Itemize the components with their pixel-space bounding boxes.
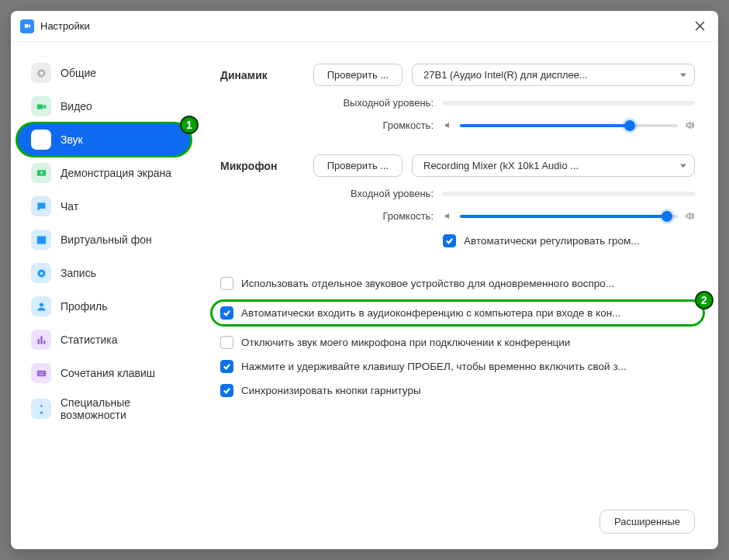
option-separate-device[interactable]: Использовать отдельное звуковое устройст…	[220, 275, 695, 292]
svg-rect-3	[36, 370, 45, 376]
sidebar-item-share-screen[interactable]: Демонстрация экрана	[17, 157, 191, 189]
speaker-volume-slider[interactable]	[460, 124, 678, 127]
option-push-to-talk[interactable]: Нажмите и удерживайте клавишу ПРОБЕЛ, чт…	[220, 358, 695, 375]
accessibility-icon	[31, 399, 51, 419]
output-level-label: Выходной уровень:	[313, 97, 434, 109]
camera-icon	[31, 96, 51, 116]
sidebar-item-statistics[interactable]: Статистика	[17, 323, 191, 356]
speaker-volume-label: Громкость:	[313, 119, 434, 131]
checkbox-checked-icon	[220, 306, 233, 320]
close-button[interactable]	[690, 17, 709, 36]
input-level-label: Входной уровень:	[313, 188, 434, 199]
stats-icon	[31, 330, 51, 350]
chat-icon	[31, 196, 51, 216]
sidebar-item-chat[interactable]: Чат	[17, 190, 191, 223]
mic-device-select[interactable]: Recording Mixer (kX 10k1 Audio ...	[412, 154, 695, 177]
main-panel: Динамик Проверить ... 27B1 (Аудио Intel(…	[197, 42, 718, 549]
sidebar-item-label: Запись	[60, 267, 96, 279]
sidebar-item-recording[interactable]: Запись	[17, 257, 191, 289]
auto-adjust-row[interactable]: Автоматически регулировать гром...	[443, 233, 640, 249]
option-auto-join-audio[interactable]: Автоматически входить в аудиоконференцию…	[212, 302, 703, 324]
sidebar-item-label: Сочетания клавиш	[60, 367, 155, 379]
option-label: Отключить звук моего микрофона при подкл…	[241, 337, 695, 348]
option-label: Нажмите и удерживайте клавишу ПРОБЕЛ, чт…	[241, 361, 695, 372]
input-level-meter	[443, 192, 695, 196]
speaker-section: Динамик Проверить ... 27B1 (Аудио Intel(…	[220, 64, 695, 131]
sidebar-item-audio[interactable]: Звук 1	[17, 123, 191, 156]
volume-high-icon	[684, 211, 695, 222]
output-level-meter	[443, 101, 695, 105]
checkbox-unchecked-icon	[220, 336, 233, 349]
sidebar-item-label: Общие	[60, 67, 96, 79]
mic-volume-slider[interactable]	[460, 215, 678, 218]
sidebar-item-profile[interactable]: Профиль	[17, 290, 191, 323]
sidebar-item-general[interactable]: Общие	[17, 57, 191, 89]
mic-heading: Микрофон	[220, 154, 302, 249]
annotation-badge-1: 1	[180, 116, 199, 134]
option-label: Использовать отдельное звуковое устройст…	[241, 278, 695, 289]
checkbox-checked-icon	[220, 360, 233, 373]
body: Общие Видео Звук 1 Демонстрация экра	[11, 42, 718, 549]
option-mute-on-join[interactable]: Отключить звук моего микрофона при подкл…	[220, 334, 695, 351]
option-label: Автоматически входить в аудиоконференцию…	[241, 307, 695, 319]
footer: Расширенные	[220, 510, 695, 534]
sidebar-item-label: Виртуальный фон	[60, 233, 152, 246]
sidebar: Общие Видео Звук 1 Демонстрация экра	[11, 42, 197, 549]
mic-section: Микрофон Проверить ... Recording Mixer (…	[220, 154, 695, 249]
auto-adjust-label: Автоматически регулировать гром...	[464, 235, 640, 247]
speaker-heading: Динамик	[220, 64, 302, 131]
sidebar-item-label: Статистика	[60, 334, 118, 346]
checkbox-checked-icon	[220, 384, 233, 397]
person-icon	[31, 296, 51, 316]
sidebar-item-video[interactable]: Видео	[17, 90, 191, 123]
speaker-device-select[interactable]: 27B1 (Аудио Intel(R) для дисплее...	[412, 64, 695, 86]
window-title: Настройки	[40, 20, 90, 32]
sidebar-item-label: Чат	[60, 200, 78, 213]
titlebar: Настройки	[11, 11, 718, 42]
advanced-button[interactable]: Расширенные	[599, 510, 695, 534]
sidebar-item-label: Профиль	[60, 300, 107, 313]
sidebar-item-shortcuts[interactable]: Сочетания клавиш	[17, 357, 191, 389]
headphones-icon	[31, 130, 51, 150]
keyboard-icon	[31, 363, 51, 383]
volume-low-icon	[443, 120, 454, 131]
app-icon	[20, 19, 34, 33]
sidebar-item-label: Специальные возможности	[60, 396, 177, 421]
sidebar-item-label: Демонстрация экрана	[60, 167, 171, 179]
checkbox-checked-icon	[443, 234, 456, 247]
svg-point-2	[40, 302, 43, 306]
sidebar-item-label: Звук	[60, 133, 83, 146]
volume-low-icon	[443, 211, 454, 222]
mic-volume-label: Громкость:	[313, 210, 434, 222]
volume-high-icon	[684, 120, 695, 131]
sidebar-item-accessibility[interactable]: Специальные возможности	[17, 390, 191, 427]
option-label: Синхронизировать кнопки гарнитуры	[241, 385, 695, 396]
share-screen-icon	[31, 163, 51, 183]
annotation-badge-2: 2	[695, 291, 713, 309]
settings-window: Настройки Общие Видео	[11, 11, 718, 549]
test-mic-button[interactable]: Проверить ...	[313, 154, 403, 177]
audio-options: Использовать отдельное звуковое устройст…	[220, 275, 695, 399]
background-icon	[31, 230, 51, 250]
svg-point-4	[40, 404, 43, 406]
sidebar-item-label: Видео	[60, 100, 92, 112]
test-speaker-button[interactable]: Проверить ...	[313, 64, 403, 86]
checkbox-unchecked-icon	[220, 277, 233, 290]
svg-point-1	[40, 271, 43, 275]
option-sync-headset[interactable]: Синхронизировать кнопки гарнитуры	[220, 382, 695, 399]
sidebar-item-virtual-bg[interactable]: Виртуальный фон	[17, 223, 191, 256]
record-icon	[31, 263, 51, 283]
gear-icon	[31, 63, 51, 83]
